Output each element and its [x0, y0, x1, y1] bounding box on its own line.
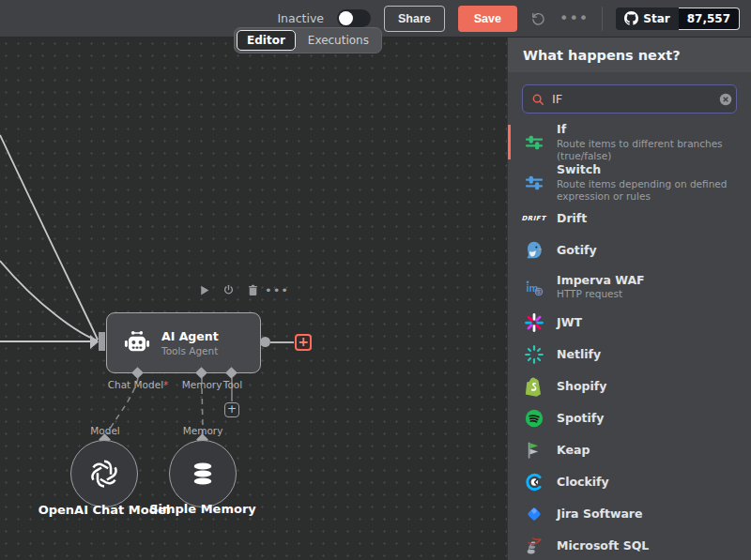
node-item-description: Route items depending on defined express…: [557, 178, 737, 203]
node-item-description: HTTP request: [557, 288, 645, 300]
clockify-icon: [522, 471, 545, 494]
node-item-text: Switch Route items depending on defined …: [557, 162, 737, 203]
jira-icon: [522, 503, 545, 526]
search-input[interactable]: [552, 92, 712, 106]
trash-icon[interactable]: [246, 283, 259, 296]
node-item-title: Jira Software: [557, 507, 643, 522]
node-item-description: Route items to different branches (true/…: [557, 138, 737, 162]
node-item-switch[interactable]: Switch Route items depending on defined …: [508, 162, 751, 203]
keap-icon: [522, 439, 545, 462]
node-item-title: Gotify: [557, 243, 597, 258]
node-item-text: If Route items to different branches (tr…: [557, 122, 737, 162]
node-search-box: [522, 84, 737, 114]
robot-icon: [122, 328, 152, 358]
node-item-shopify[interactable]: Shopify: [508, 371, 751, 402]
node-item-title: Netlify: [557, 347, 601, 362]
node-item-text: Gotify: [557, 243, 597, 258]
imperva-icon: im: [522, 275, 545, 298]
github-star-widget[interactable]: Star 87,557: [616, 8, 740, 30]
tool-port-label: Tool: [214, 379, 252, 390]
workflow-canvas[interactable]: ••• AI Agent Tools Agent + Chat Model* M…: [0, 38, 507, 560]
node-item-title: JWT: [557, 315, 582, 330]
node-item-imperva-waf[interactable]: im Imperva WAF HTTP request: [508, 266, 751, 307]
node-item-keap[interactable]: Keap: [508, 434, 751, 466]
node-item-text: Jira Software: [557, 507, 643, 522]
drift-icon: DRIFT: [522, 207, 545, 231]
editor-tab-switcher: Editor Executions: [234, 27, 382, 53]
chat-model-port-label: Chat Model*: [96, 379, 180, 390]
memory-node-label: Simple Memory: [137, 502, 268, 516]
node-item-if[interactable]: If Route items to different branches (tr…: [508, 122, 751, 162]
github-star-label: Star: [643, 12, 669, 25]
mssql-icon: [522, 535, 545, 558]
ai-agent-node[interactable]: AI Agent Tools Agent: [106, 312, 261, 373]
search-icon: [531, 93, 544, 106]
node-item-title: Microsoft SQL: [557, 538, 649, 553]
add-tool-button[interactable]: +: [224, 402, 239, 417]
github-icon: [624, 11, 638, 25]
node-item-jira-software[interactable]: Jira Software: [508, 498, 751, 530]
node-item-text: JWT: [557, 315, 582, 330]
if-icon: [522, 130, 545, 154]
node-item-jwt[interactable]: JWT: [508, 307, 751, 339]
node-item-clockify[interactable]: Clockify: [508, 466, 751, 498]
tab-executions[interactable]: Executions: [298, 30, 379, 51]
github-star-count: 87,557: [679, 8, 740, 30]
openai-logo-icon: [87, 457, 121, 491]
node-item-title: Clockify: [557, 475, 609, 490]
add-node-button[interactable]: +: [295, 334, 312, 351]
node-item-text: Imperva WAF HTTP request: [557, 273, 645, 301]
spotify-icon: [522, 407, 545, 431]
node-item-netlify[interactable]: Netlify: [508, 339, 751, 371]
more-options-icon[interactable]: •••: [559, 9, 589, 27]
active-toggle[interactable]: [337, 9, 371, 27]
node-item-title: Keap: [557, 443, 590, 458]
toggle-knob: [339, 11, 353, 25]
history-icon[interactable]: [530, 10, 546, 26]
required-mark: *: [163, 379, 168, 390]
node-item-spotify[interactable]: Spotify: [508, 402, 751, 434]
node-item-title: Drift: [557, 211, 587, 226]
node-item-text: Spotify: [557, 411, 604, 426]
clear-search-icon[interactable]: [719, 93, 732, 106]
save-button[interactable]: Save: [458, 6, 517, 32]
input-wire-2: [0, 261, 98, 341]
openai-chat-model-node[interactable]: [70, 440, 138, 507]
node-item-text: Netlify: [557, 347, 601, 362]
node-toolbar: •••: [197, 283, 284, 296]
node-item-text: Clockify: [557, 475, 609, 490]
jwt-icon: [522, 311, 545, 335]
workflow-status-label: Inactive: [277, 11, 324, 25]
play-icon[interactable]: [197, 283, 210, 296]
node-item-title: Shopify: [557, 379, 606, 394]
gotify-icon: [522, 239, 545, 263]
node-more-options-icon[interactable]: •••: [270, 283, 284, 296]
simple-memory-node[interactable]: [169, 440, 237, 507]
power-icon[interactable]: [222, 283, 235, 296]
node-item-drift[interactable]: DRIFT Drift: [508, 203, 751, 235]
shopify-icon: [522, 375, 545, 399]
agent-output-port[interactable]: [260, 337, 270, 347]
switch-icon: [522, 171, 545, 194]
node-item-title: If: [557, 122, 737, 137]
agent-node-title: AI Agent: [161, 329, 219, 343]
tab-editor[interactable]: Editor: [237, 30, 296, 51]
agent-input-port[interactable]: [99, 332, 105, 351]
node-item-gotify[interactable]: Gotify: [508, 235, 751, 266]
share-button[interactable]: Share: [384, 6, 445, 32]
agent-node-subtitle: Tools Agent: [161, 345, 219, 356]
netlify-icon: [522, 343, 545, 367]
node-item-microsoft-sql[interactable]: Microsoft SQL: [508, 530, 751, 560]
node-results-list: If Route items to different branches (tr…: [508, 122, 751, 560]
panel-title: What happens next?: [523, 48, 681, 63]
node-picker-panel: What happens next? If Route items to dif…: [507, 38, 751, 560]
node-item-text: Shopify: [557, 379, 606, 394]
panel-header: What happens next?: [508, 38, 751, 72]
node-item-text: Keap: [557, 443, 590, 458]
node-item-title: Spotify: [557, 411, 604, 426]
node-item-title: Switch: [557, 162, 737, 177]
database-icon: [188, 459, 218, 489]
node-item-title: Imperva WAF: [557, 273, 645, 288]
node-item-text: Microsoft SQL: [557, 538, 649, 553]
topbar-divider: [602, 7, 603, 31]
